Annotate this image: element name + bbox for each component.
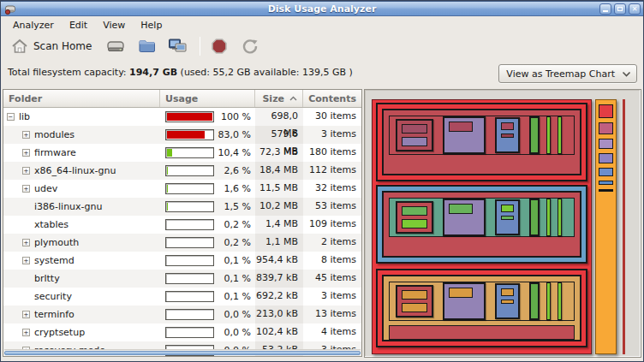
- column-header-contents[interactable]: Contents: [303, 90, 361, 107]
- treemap-side-column[interactable]: [595, 99, 617, 354]
- usage-cell: 0,1 %: [160, 252, 255, 270]
- expander-icon[interactable]: +: [22, 311, 30, 318]
- contents-cell: 32 items: [303, 180, 361, 198]
- table-row[interactable]: +plymouth0,2 %1,1 MB2 items: [3, 234, 361, 252]
- view-selector-value: View as Treemap Chart: [506, 68, 615, 80]
- menu-item-help[interactable]: Help: [134, 18, 169, 33]
- table-row[interactable]: brltty0,1 %839,7 kB45 items: [3, 270, 361, 288]
- table-row[interactable]: security0,1 %692,2 kB3 items: [3, 288, 361, 306]
- scan-filesystem-button[interactable]: [105, 37, 126, 56]
- contents-cell: 13 items: [303, 306, 361, 323]
- expander-icon[interactable]: +: [22, 167, 30, 175]
- treemap-column-item: [599, 122, 613, 134]
- table-row[interactable]: i386-linux-gnu1,5 %10,2 MB53 items: [3, 198, 361, 216]
- status-row: Total filesystem capacity: 194,7 GB (use…: [1, 58, 643, 88]
- folder-name: firmware: [34, 145, 76, 162]
- treemap-bar: [546, 199, 551, 236]
- title-bar[interactable]: Disk Usage Analyzer ✕: [1, 1, 643, 16]
- horizontal-scrollbar[interactable]: [4, 349, 361, 355]
- usage-cell: 0,2 %: [160, 216, 255, 234]
- treemap-column-item: [599, 104, 613, 118]
- column-header-usage[interactable]: Usage: [160, 90, 255, 107]
- toolbar-separator: [200, 37, 200, 56]
- expander-icon[interactable]: −: [7, 113, 15, 121]
- folder-cell: i386-linux-gnu: [3, 198, 160, 216]
- size-cell: 579,6 MB: [255, 126, 303, 144]
- expander-icon[interactable]: +: [22, 239, 30, 246]
- size-cell: 839,7 kB: [255, 270, 303, 288]
- usage-bar: [165, 183, 214, 194]
- usage-bar: [165, 309, 214, 320]
- contents-cell: 45 items: [303, 270, 361, 288]
- folder-icon: [138, 39, 156, 53]
- treemap-band[interactable]: [376, 185, 587, 264]
- refresh-button[interactable]: [240, 37, 260, 56]
- folder-name: udev: [34, 181, 57, 198]
- usage-bar-fill: [167, 131, 205, 139]
- treemap-box: [443, 116, 486, 154]
- stop-button[interactable]: [209, 37, 230, 56]
- minimize-button[interactable]: [599, 3, 611, 15]
- table-row[interactable]: +udev1,6 %11,5 MB32 items: [3, 180, 361, 198]
- table-row[interactable]: +cryptsetup0,0 %102,4 kB4 items: [3, 323, 361, 341]
- treemap-chart[interactable]: [366, 91, 640, 356]
- table-row[interactable]: −lib100 %698,0 MB30 items: [3, 108, 361, 126]
- app-window: Disk Usage Analyzer ✕ AnalyzerEditViewHe…: [0, 0, 644, 362]
- view-selector[interactable]: View as Treemap Chart: [498, 64, 637, 83]
- treemap-bar: [546, 282, 551, 320]
- usage-bar: [165, 165, 214, 176]
- usage-bar-fill: [167, 167, 168, 175]
- expander-icon[interactable]: +: [22, 149, 30, 157]
- table-row[interactable]: xtables0,2 %1,4 MB109 items: [3, 216, 361, 234]
- table-row[interactable]: +firmware10,4 %72,3 MB180 items: [3, 144, 361, 162]
- folder-cell: +firmware: [3, 144, 160, 162]
- folder-cell: xtables: [3, 216, 160, 234]
- contents-cell: 53 items: [303, 198, 361, 216]
- treemap-band[interactable]: [376, 103, 587, 181]
- usage-bar-fill: [167, 185, 168, 193]
- disk-icon: [106, 39, 125, 54]
- menu-item-edit[interactable]: Edit: [63, 18, 94, 33]
- maximize-button[interactable]: [614, 3, 626, 15]
- contents-cell: 3 items: [303, 288, 361, 306]
- treemap-column-item: [599, 139, 613, 149]
- expander-icon[interactable]: +: [22, 329, 30, 336]
- expander-icon[interactable]: +: [22, 131, 30, 139]
- treemap-panel: [364, 89, 641, 358]
- contents-cell: 30 items: [303, 108, 361, 126]
- column-header-size[interactable]: Size: [255, 90, 303, 107]
- table-row[interactable]: +terminfo0,0 %213,0 kB13 items: [3, 306, 361, 323]
- usage-cell: 0,1 %: [160, 288, 255, 306]
- table-row[interactable]: +systemd0,1 %954,4 kB8 items: [3, 252, 361, 270]
- usage-cell: 100 %: [160, 108, 255, 126]
- scan-home-button[interactable]: Scan Home: [8, 37, 95, 56]
- contents-cell: 180 items: [303, 144, 361, 162]
- capacity-label: Total filesystem capacity:: [8, 67, 127, 78]
- scan-folder-button[interactable]: [136, 37, 157, 56]
- scrollbar-thumb[interactable]: [4, 351, 361, 355]
- treemap-band-inner: [382, 191, 581, 258]
- usage-bar: [165, 111, 214, 122]
- treemap-band[interactable]: [376, 269, 587, 347]
- table-row[interactable]: +modules83,0 %579,6 MB3 items: [3, 126, 361, 144]
- contents-cell: 2 items: [303, 234, 361, 252]
- main-area: FolderUsageSizeContents −lib100 %698,0 M…: [1, 88, 643, 361]
- usage-bar: [165, 147, 214, 158]
- size-cell: 102,4 kB: [255, 323, 303, 341]
- treemap-box: [396, 201, 433, 234]
- treemap-root-rect[interactable]: [372, 99, 592, 354]
- table-row[interactable]: +x86_64-linux-gnu2,6 %18,4 MB112 items: [3, 162, 361, 180]
- expander-icon[interactable]: +: [22, 257, 30, 264]
- scan-remote-button[interactable]: [167, 37, 188, 56]
- folder-name: brltty: [34, 270, 60, 288]
- close-button[interactable]: ✕: [629, 3, 641, 15]
- size-cell: 72,3 MB: [255, 144, 303, 162]
- menu-item-analyzer[interactable]: Analyzer: [6, 18, 61, 33]
- capacity-summary: Total filesystem capacity: 194,7 GB (use…: [8, 67, 353, 78]
- menu-item-view[interactable]: View: [96, 18, 132, 33]
- usage-bar: [165, 291, 214, 302]
- usage-cell: 1,5 %: [160, 198, 255, 216]
- expander-icon[interactable]: +: [22, 185, 30, 193]
- column-header-folder[interactable]: Folder: [3, 90, 160, 107]
- folder-cell: security: [3, 288, 160, 306]
